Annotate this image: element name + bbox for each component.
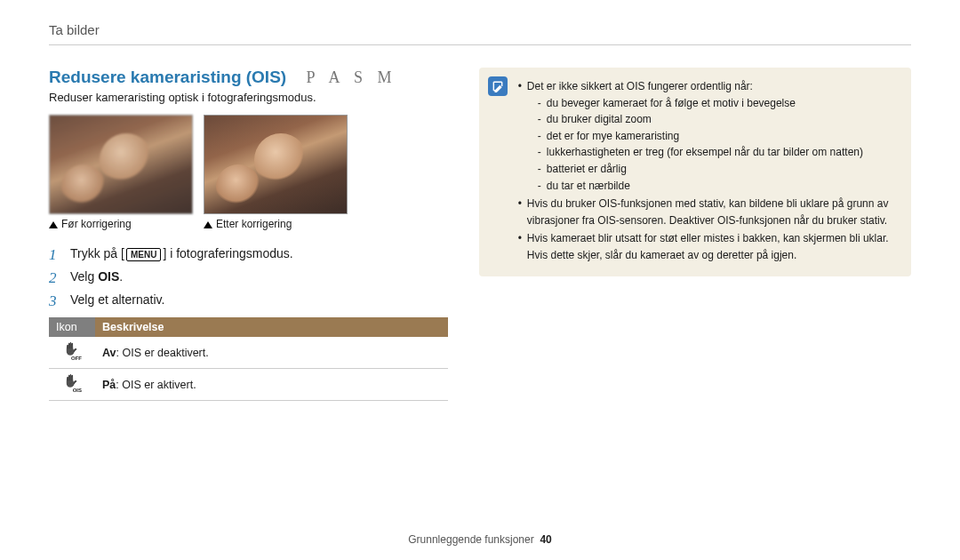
caption-before: Før korrigering (49, 218, 193, 230)
step-number: 1 (49, 246, 61, 264)
menu-button-chip: MENU (126, 248, 161, 261)
note-sub-item: det er for mye kameraristing (538, 128, 899, 145)
sample-image-before (49, 115, 193, 214)
note-sub-item: du beveger kameraet for å følge et motiv… (538, 95, 899, 112)
content-columns: Redusere kameraristing (OIS) P A S M Red… (49, 68, 911, 401)
caption-after: Etter korrigering (204, 218, 348, 230)
step-2-bold: OIS (98, 269, 119, 284)
table-row: OFF Av: OIS er deaktivert. (49, 337, 448, 369)
note-sub-item: lukkerhastigheten er treg (for eksempel … (538, 144, 899, 161)
mode-indicators: P A S M (307, 68, 397, 86)
ois-icon-sub: OIS (72, 388, 83, 393)
note-sub-item: batteriet er dårlig (538, 161, 899, 178)
caption-row: Før korrigering Etter korrigering (49, 218, 448, 230)
section-subheading: Reduser kameraristing optisk i fotografe… (49, 91, 448, 104)
step-2-text: Velg OIS. (70, 269, 123, 284)
step-number: 2 (49, 269, 61, 287)
ois-on-icon: OIS (49, 369, 95, 400)
section-header: Redusere kameraristing (OIS) P A S M (49, 68, 448, 87)
note-item-3: Hvis kameraet blir utsatt for støt eller… (518, 230, 899, 263)
note-box: Det er ikke sikkert at OIS fungerer orde… (479, 68, 911, 276)
step-1-text: Trykk på [MENU] i fotograferingsmodus. (70, 246, 293, 261)
ois-off-desc: Av: OIS er deaktivert. (95, 341, 448, 364)
note-icon (488, 76, 508, 96)
ois-off-icon: OFF (49, 337, 95, 368)
breadcrumb: Ta bilder (49, 22, 911, 37)
note-list: Det er ikke sikkert at OIS fungerer orde… (518, 78, 899, 264)
step-1: 1 Trykk på [MENU] i fotograferingsmodus. (49, 246, 448, 264)
table-header: Ikon Beskrivelse (49, 317, 448, 337)
sample-image-after (204, 115, 348, 214)
note-sub-item: du tar et nærbilde (538, 178, 899, 195)
step-3-text: Velg et alternativ. (70, 292, 164, 307)
footer-page-number: 40 (540, 533, 551, 546)
top-divider (49, 44, 911, 45)
note-sublist: du beveger kameraet for å følge et motiv… (527, 95, 899, 195)
right-column: Det er ikke sikkert at OIS fungerer orde… (479, 68, 911, 401)
left-column: Redusere kameraristing (OIS) P A S M Red… (49, 68, 448, 401)
row-label: Av (102, 347, 116, 359)
step-2-post: . (119, 269, 123, 284)
step-number: 3 (49, 292, 61, 310)
caption-before-text: Før korrigering (61, 218, 132, 230)
section-title: Redusere kameraristing (OIS) (49, 68, 286, 86)
row-label: På (102, 379, 116, 391)
step-2-pre: Velg (70, 269, 98, 284)
step-1-pre: Trykk på [ (70, 246, 124, 260)
triangle-icon (204, 221, 212, 228)
sample-image-row (49, 115, 448, 214)
step-3: 3 Velg et alternativ. (49, 292, 448, 310)
ois-icon-sub: OFF (70, 356, 83, 361)
caption-after-text: Etter korrigering (216, 218, 292, 230)
steps-list: 1 Trykk på [MENU] i fotograferingsmodus.… (49, 246, 448, 310)
note-item-1: Det er ikke sikkert at OIS fungerer orde… (518, 78, 899, 194)
triangle-icon (49, 221, 58, 228)
row-rest: : OIS er deaktivert. (116, 347, 209, 359)
table-header-ikon: Ikon (49, 317, 95, 337)
note-item-1-text: Det er ikke sikkert at OIS fungerer orde… (527, 80, 753, 92)
note-sub-item: du bruker digital zoom (538, 111, 899, 128)
footer-section: Grunnleggende funksjoner (408, 533, 533, 546)
row-rest: : OIS er aktivert. (116, 379, 196, 391)
page-footer: Grunnleggende funksjoner 40 (0, 533, 960, 546)
ois-on-desc: På: OIS er aktivert. (95, 373, 448, 396)
note-item-2: Hvis du bruker OIS-funksjonen med stativ… (518, 196, 899, 228)
step-2: 2 Velg OIS. (49, 269, 448, 287)
options-table: Ikon Beskrivelse OFF Av: OIS er deaktive… (49, 317, 448, 401)
table-header-desc: Beskrivelse (95, 317, 448, 337)
step-1-post: ] i fotograferingsmodus. (163, 246, 292, 260)
table-row: OIS På: OIS er aktivert. (49, 369, 448, 401)
